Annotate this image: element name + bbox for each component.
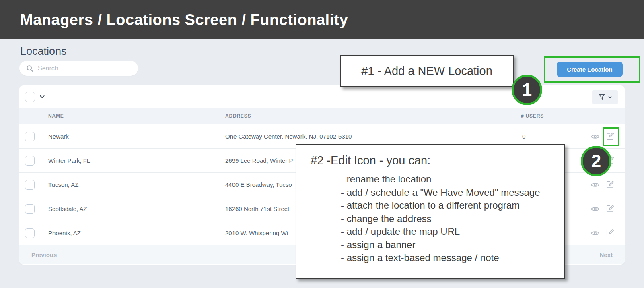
annotation-note-2-list: rename the location add / schedule a "We… [341,173,564,265]
search-box[interactable] [19,61,138,76]
annotation-list-item: add / update the map URL [341,225,564,238]
filter-button[interactable] [592,90,618,104]
create-location-button[interactable]: Create Location [557,62,623,77]
location-address: 2010 W. Whispering Wi [225,230,288,236]
location-users: 0 [522,133,525,140]
edit-icon[interactable] [605,228,615,238]
annotation-badge-2: 2 [581,146,611,176]
banner-title: Managers / Locations Screen / Functional… [20,11,348,29]
annotation-list-item: assign a banner [341,238,564,252]
row-checkbox[interactable] [25,180,35,190]
next-button[interactable]: Next [599,251,613,258]
location-address: One Gateway Center, Newark, NJ, 07102-53… [225,133,352,140]
annotation-list-item: add / schedule a "We Have Moved" message [341,186,564,199]
column-header-users: # USERS [521,113,544,119]
row-checkbox[interactable] [25,132,35,141]
table-header-row: NAME ADDRESS # USERS [19,108,625,124]
location-address: 4400 E Broadway, Tucso [225,181,292,188]
search-input[interactable] [38,65,130,72]
edit-icon[interactable] [605,204,615,213]
top-banner: Managers / Locations Screen / Functional… [0,0,644,39]
view-icon[interactable] [591,132,600,141]
location-name: Phoenix, AZ [48,230,81,236]
row-checkbox[interactable] [25,204,35,214]
row-checkbox[interactable] [25,228,35,238]
location-name: Tucson, AZ [48,181,78,188]
view-icon[interactable] [591,228,600,238]
select-all-checkbox[interactable] [25,92,35,102]
page-title: Locations [20,45,67,58]
view-icon[interactable] [591,180,600,189]
highlight-box-edit-icon [603,127,619,146]
previous-button[interactable]: Previous [31,251,57,258]
view-icon[interactable] [591,204,600,213]
row-checkbox[interactable] [25,156,35,166]
search-icon [26,64,34,73]
annotation-badge-1: 1 [512,75,542,105]
filter-chevron-icon [608,95,612,99]
location-name: Scottsdale, AZ [48,205,87,212]
location-name: Winter Park, FL [48,157,90,164]
annotation-note-2-title: #2 -Edit Icon - you can: [311,154,564,167]
edit-icon[interactable] [605,180,615,189]
annotation-list-item: attach the location to a different progr… [341,199,564,212]
annotation-list-item: assign a text-based message / note [341,251,564,265]
column-header-address: ADDRESS [225,113,251,119]
location-address: 2699 Lee Road, Winter P [225,157,293,164]
column-header-name: NAME [48,113,64,119]
chevron-down-icon[interactable] [39,93,45,100]
annotation-list-item: rename the location [341,173,564,186]
annotation-list-item: change the address [341,212,564,226]
location-address: 16260 North 71st Street [225,205,289,212]
annotation-note-2: #2 -Edit Icon - you can: rename the loca… [296,144,565,279]
annotation-note-1: #1 - Add a NEW Location [340,55,514,87]
filter-funnel-icon [598,93,606,101]
location-name: Newark [48,133,69,140]
